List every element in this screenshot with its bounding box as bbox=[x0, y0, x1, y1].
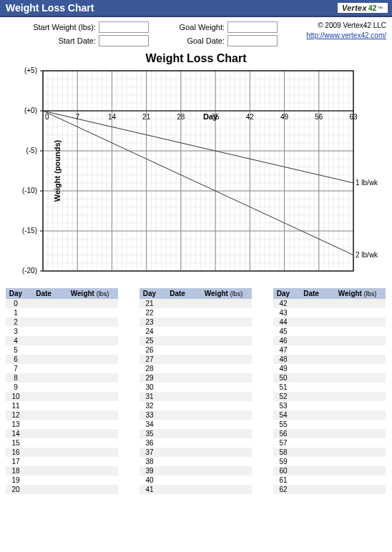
cell-date[interactable] bbox=[26, 317, 62, 327]
cell-weight[interactable] bbox=[329, 308, 386, 317]
cell-date[interactable] bbox=[293, 438, 329, 448]
cell-date[interactable] bbox=[26, 466, 62, 475]
cell-weight[interactable] bbox=[62, 429, 118, 438]
cell-date[interactable] bbox=[160, 475, 195, 485]
cell-date[interactable] bbox=[26, 327, 62, 336]
cell-weight[interactable] bbox=[195, 475, 252, 485]
cell-date[interactable] bbox=[26, 383, 62, 392]
cell-date[interactable] bbox=[26, 373, 62, 383]
cell-date[interactable] bbox=[26, 429, 62, 438]
cell-date[interactable] bbox=[26, 299, 62, 308]
cell-date[interactable] bbox=[160, 364, 195, 373]
cell-date[interactable] bbox=[26, 448, 62, 457]
cell-weight[interactable] bbox=[62, 485, 118, 494]
cell-weight[interactable] bbox=[329, 373, 386, 383]
goal-weight-input[interactable] bbox=[227, 21, 278, 33]
cell-date[interactable] bbox=[26, 420, 62, 429]
cell-weight[interactable] bbox=[195, 410, 252, 420]
cell-weight[interactable] bbox=[62, 299, 118, 308]
cell-date[interactable] bbox=[160, 299, 195, 308]
cell-date[interactable] bbox=[293, 457, 329, 466]
cell-weight[interactable] bbox=[195, 448, 252, 457]
cell-weight[interactable] bbox=[329, 327, 386, 336]
cell-weight[interactable] bbox=[195, 373, 252, 383]
cell-date[interactable] bbox=[26, 485, 62, 494]
cell-date[interactable] bbox=[26, 438, 62, 448]
cell-weight[interactable] bbox=[195, 345, 252, 355]
cell-date[interactable] bbox=[160, 317, 195, 327]
cell-weight[interactable] bbox=[329, 429, 386, 438]
cell-weight[interactable] bbox=[62, 383, 118, 392]
cell-weight[interactable] bbox=[329, 466, 386, 475]
cell-date[interactable] bbox=[293, 392, 329, 401]
cell-date[interactable] bbox=[160, 308, 195, 317]
cell-weight[interactable] bbox=[62, 392, 118, 401]
cell-weight[interactable] bbox=[195, 420, 252, 429]
cell-weight[interactable] bbox=[62, 420, 118, 429]
cell-weight[interactable] bbox=[329, 336, 386, 345]
cell-weight[interactable] bbox=[62, 466, 118, 475]
cell-date[interactable] bbox=[26, 308, 62, 317]
cell-date[interactable] bbox=[160, 429, 195, 438]
cell-weight[interactable] bbox=[195, 457, 252, 466]
cell-date[interactable] bbox=[293, 420, 329, 429]
vendor-link[interactable]: http://www.vertex42.com/ bbox=[278, 31, 386, 39]
cell-date[interactable] bbox=[160, 373, 195, 383]
cell-date[interactable] bbox=[160, 336, 195, 345]
cell-date[interactable] bbox=[160, 466, 195, 475]
cell-weight[interactable] bbox=[329, 345, 386, 355]
cell-date[interactable] bbox=[160, 410, 195, 420]
cell-weight[interactable] bbox=[329, 410, 386, 420]
cell-date[interactable] bbox=[293, 299, 329, 308]
cell-date[interactable] bbox=[293, 364, 329, 373]
cell-date[interactable] bbox=[293, 308, 329, 317]
cell-weight[interactable] bbox=[329, 448, 386, 457]
cell-weight[interactable] bbox=[62, 401, 118, 410]
cell-date[interactable] bbox=[26, 336, 62, 345]
cell-weight[interactable] bbox=[62, 457, 118, 466]
cell-date[interactable] bbox=[293, 355, 329, 364]
cell-weight[interactable] bbox=[62, 448, 118, 457]
cell-date[interactable] bbox=[160, 420, 195, 429]
cell-date[interactable] bbox=[26, 457, 62, 466]
cell-date[interactable] bbox=[26, 355, 62, 364]
cell-weight[interactable] bbox=[195, 308, 252, 317]
goal-date-input[interactable] bbox=[227, 35, 278, 46]
cell-weight[interactable] bbox=[329, 485, 386, 494]
cell-weight[interactable] bbox=[62, 410, 118, 420]
cell-date[interactable] bbox=[293, 410, 329, 420]
cell-weight[interactable] bbox=[195, 438, 252, 448]
cell-date[interactable] bbox=[293, 401, 329, 410]
cell-weight[interactable] bbox=[329, 355, 386, 364]
cell-date[interactable] bbox=[293, 485, 329, 494]
cell-date[interactable] bbox=[293, 429, 329, 438]
cell-weight[interactable] bbox=[329, 364, 386, 373]
cell-date[interactable] bbox=[160, 355, 195, 364]
cell-date[interactable] bbox=[160, 327, 195, 336]
cell-weight[interactable] bbox=[329, 420, 386, 429]
cell-weight[interactable] bbox=[329, 475, 386, 485]
cell-date[interactable] bbox=[26, 364, 62, 373]
cell-date[interactable] bbox=[26, 401, 62, 410]
cell-date[interactable] bbox=[160, 345, 195, 355]
cell-date[interactable] bbox=[160, 438, 195, 448]
cell-date[interactable] bbox=[293, 373, 329, 383]
cell-weight[interactable] bbox=[329, 299, 386, 308]
cell-weight[interactable] bbox=[329, 383, 386, 392]
cell-date[interactable] bbox=[293, 466, 329, 475]
cell-weight[interactable] bbox=[195, 327, 252, 336]
cell-weight[interactable] bbox=[62, 317, 118, 327]
cell-weight[interactable] bbox=[195, 336, 252, 345]
cell-weight[interactable] bbox=[62, 327, 118, 336]
cell-date[interactable] bbox=[26, 475, 62, 485]
cell-weight[interactable] bbox=[195, 355, 252, 364]
cell-date[interactable] bbox=[293, 327, 329, 336]
cell-date[interactable] bbox=[160, 401, 195, 410]
cell-date[interactable] bbox=[293, 345, 329, 355]
cell-date[interactable] bbox=[293, 448, 329, 457]
cell-weight[interactable] bbox=[195, 466, 252, 475]
cell-weight[interactable] bbox=[329, 392, 386, 401]
cell-weight[interactable] bbox=[62, 355, 118, 364]
cell-date[interactable] bbox=[160, 448, 195, 457]
cell-date[interactable] bbox=[160, 392, 195, 401]
